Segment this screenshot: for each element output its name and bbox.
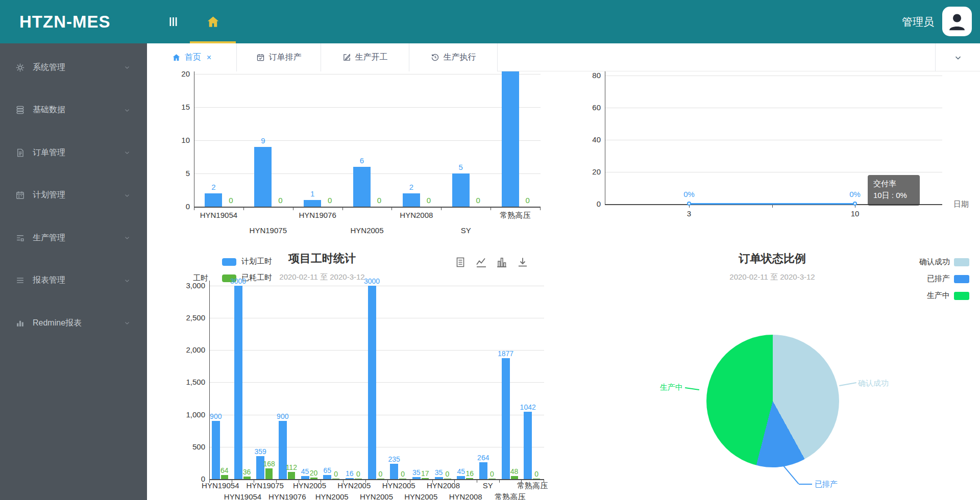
x-tick-label: HYN19075 [243, 226, 292, 235]
bar-switch-icon[interactable] [496, 256, 508, 268]
bar[interactable] [332, 479, 339, 479]
x-tick-label: HYN19076 [293, 211, 342, 219]
bar-label: 900 [267, 412, 298, 420]
x-tick-label: 10 [845, 209, 865, 218]
x-tick-label: 3 [679, 209, 699, 218]
tooltip-title: 交付率 [873, 179, 914, 189]
label-leader-line [685, 387, 699, 390]
home-icon[interactable] [206, 15, 220, 29]
sidebar-toggle-icon[interactable] [166, 15, 180, 29]
chevron-down-icon[interactable] [124, 107, 131, 114]
bar[interactable] [444, 479, 451, 479]
chevron-down-icon[interactable] [124, 234, 131, 241]
sidebar-item-6[interactable]: 报表管理 [0, 260, 147, 301]
label-leader-line [799, 484, 812, 485]
y-tick-label: 2,000 [180, 345, 205, 354]
bar[interactable] [368, 286, 376, 479]
line-switch-icon[interactable] [475, 256, 487, 268]
x-tick-label: HYN2005 [287, 481, 332, 490]
avatar[interactable] [942, 7, 972, 36]
tab-label: 首页 [185, 52, 201, 63]
data-point[interactable] [853, 202, 857, 206]
x-axis-line [194, 207, 541, 208]
x-axis-line [209, 479, 544, 480]
sidebar-item-4[interactable]: 计划管理 [0, 175, 147, 216]
x-axis-tick [491, 208, 491, 210]
tab-4[interactable]: 生产执行 [409, 43, 498, 71]
header: HTZN-MES 管理员 [0, 0, 980, 43]
bar[interactable] [533, 479, 540, 479]
bar-label: 9 [248, 136, 278, 145]
sidebar-item-2[interactable]: 基础数据 [0, 90, 147, 131]
bar[interactable] [511, 476, 518, 479]
sidebar-item-3[interactable]: 订单管理 [0, 132, 147, 173]
legend-swatch[interactable] [954, 258, 969, 266]
legend-swatch[interactable] [954, 275, 969, 283]
x-axis-tick [293, 208, 293, 210]
tab-2[interactable]: 订单排产 [237, 43, 321, 71]
history-icon [431, 53, 439, 62]
pie-slice-label: 生产中 [632, 383, 683, 392]
bar[interactable] [422, 478, 429, 479]
home-active-underline [190, 41, 236, 43]
grid-line [194, 140, 541, 141]
x-tick-label: HYN19075 [242, 481, 287, 490]
user-name[interactable]: 管理员 [902, 0, 934, 43]
chart-title: 订单状态比例 [691, 251, 854, 266]
bar[interactable] [524, 412, 532, 479]
sidebar-item-7[interactable]: Redmine报表 [0, 303, 147, 343]
bar[interactable] [310, 478, 317, 479]
bar[interactable] [265, 468, 273, 479]
close-icon[interactable]: × [207, 53, 211, 62]
download-icon[interactable] [517, 256, 529, 268]
bar[interactable] [502, 358, 510, 479]
tab-1[interactable]: 首页× [147, 43, 237, 71]
legend-swatch[interactable] [222, 258, 236, 266]
grid-line [210, 415, 544, 415]
bar[interactable] [399, 479, 406, 479]
sidebar-item-1[interactable]: 系统管理 [0, 47, 147, 88]
database-icon [15, 105, 25, 115]
bar[interactable] [346, 478, 354, 479]
bar[interactable] [234, 286, 242, 479]
bar[interactable] [488, 479, 496, 479]
chevron-down-icon[interactable] [124, 64, 131, 71]
sidebar-item-label: 报表管理 [33, 275, 65, 286]
x-axis-tick [540, 208, 541, 210]
tab-3[interactable]: 生产开工 [321, 43, 409, 71]
chevron-down-icon[interactable] [953, 53, 963, 62]
bar-label: 235 [379, 455, 409, 463]
bar[interactable] [377, 479, 384, 479]
bar-label: 6 [347, 156, 377, 165]
legend-label[interactable]: 已排产 [850, 274, 950, 284]
bar[interactable] [466, 478, 473, 479]
x-axis-tick [342, 208, 343, 210]
y-tick-label: 500 [180, 442, 205, 451]
bar[interactable] [243, 477, 251, 479]
sidebar-item-label: 生产管理 [33, 233, 65, 243]
data-point[interactable] [687, 202, 691, 206]
pie[interactable] [706, 335, 839, 467]
legend-label[interactable]: 确认成功 [850, 257, 950, 267]
sidebar-item-label: 订单管理 [33, 147, 65, 158]
bar[interactable] [502, 71, 519, 207]
data-view-icon[interactable] [454, 256, 467, 268]
sidebar-item-5[interactable]: 生产管理 [0, 217, 147, 258]
document-icon [15, 148, 25, 158]
series-line[interactable] [689, 203, 855, 205]
chevron-down-icon[interactable] [124, 192, 131, 199]
bar[interactable] [221, 475, 228, 479]
legend-label[interactable]: 生产中 [850, 291, 950, 301]
bar[interactable] [355, 479, 362, 479]
y-axis-line [209, 281, 210, 479]
y-tick-label: 2,500 [180, 313, 205, 322]
y-tick-label: 20 [168, 71, 190, 78]
chevron-down-icon[interactable] [124, 319, 131, 327]
x-tick-label: HYN2005 [399, 492, 444, 500]
sidebar-item-label: 基础数据 [33, 105, 65, 115]
chevron-down-icon[interactable] [124, 277, 131, 284]
y-tick-label: 60 [579, 103, 601, 112]
chevron-down-icon[interactable] [124, 149, 131, 156]
bar-label: 359 [245, 447, 276, 456]
legend-swatch[interactable] [954, 292, 969, 300]
